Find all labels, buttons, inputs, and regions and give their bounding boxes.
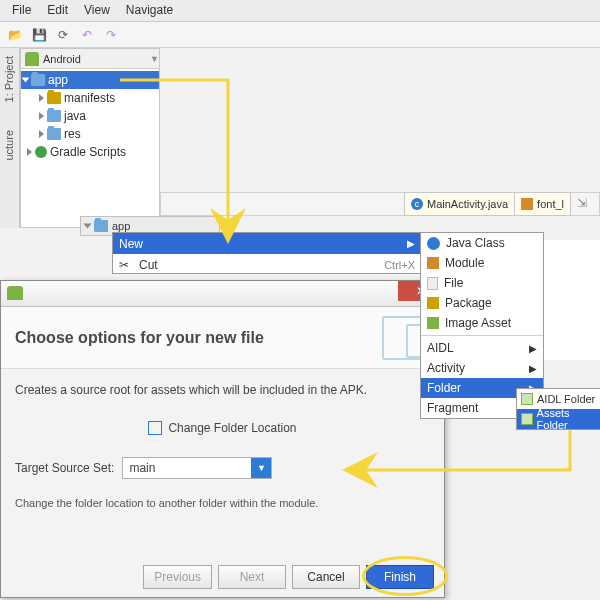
dialog-hint: Change the folder location to another fo… xyxy=(15,497,430,509)
java-class-icon: c xyxy=(411,198,423,210)
tree-node-res[interactable]: res xyxy=(21,125,159,143)
menu-file[interactable]: File xyxy=(4,0,39,21)
checkbox-icon[interactable] xyxy=(148,421,162,435)
dialog-button-row: Previous Next Cancel Finish xyxy=(143,565,434,589)
project-view-label: Android xyxy=(43,53,81,65)
expand-icon[interactable] xyxy=(22,78,30,83)
module-icon xyxy=(31,74,45,86)
module-icon xyxy=(94,220,108,232)
context-menu: New ▶ ✂ Cut Ctrl+X xyxy=(112,232,422,274)
tab-label: MainActivity.java xyxy=(427,198,508,210)
menu-item-cut[interactable]: ✂ Cut Ctrl+X xyxy=(113,254,421,274)
menu-item-new[interactable]: New ▶ xyxy=(113,233,421,254)
expand-icon[interactable] xyxy=(39,130,44,138)
tree-node-java[interactable]: java xyxy=(21,107,159,125)
tree-label: java xyxy=(64,109,86,123)
folder-icon xyxy=(521,393,533,405)
menu-item-activity[interactable]: Activity▶ xyxy=(421,358,543,378)
menu-label: Module xyxy=(445,256,484,270)
menu-item-aidl[interactable]: AIDL▶ xyxy=(421,338,543,358)
xml-icon xyxy=(521,198,533,210)
menu-label: Java Class xyxy=(446,236,505,250)
file-icon xyxy=(427,277,438,290)
folder-icon xyxy=(47,92,61,104)
menu-item-image-asset[interactable]: Image Asset xyxy=(421,313,543,333)
project-tool-tab[interactable]: 1: Project xyxy=(3,56,15,102)
tree-node-app[interactable]: app xyxy=(21,71,159,89)
expand-icon[interactable] xyxy=(39,94,44,102)
previous-button: Previous xyxy=(143,565,212,589)
dialog-banner: Choose options for your new file xyxy=(1,307,444,369)
tree-label: app xyxy=(48,73,68,87)
target-source-set-combo[interactable]: main ▼ xyxy=(122,457,272,479)
undo-icon[interactable]: ↶ xyxy=(78,26,96,44)
expand-icon[interactable] xyxy=(27,148,32,156)
tool-window-bar-left: 1: Project ucture xyxy=(0,48,20,228)
menu-label: Folder xyxy=(427,381,461,395)
menu-edit[interactable]: Edit xyxy=(39,0,76,21)
menu-item-assets-folder[interactable]: Assets Folder xyxy=(517,409,600,429)
dialog-description: Creates a source root for assets which w… xyxy=(15,383,430,397)
project-tree[interactable]: app manifests java res Gradle Scripts xyxy=(21,69,159,161)
menu-label: Fragment xyxy=(427,401,478,415)
class-icon xyxy=(427,237,440,250)
project-panel: Android ▼ app manifests java res Gradle … xyxy=(20,48,160,228)
menu-label: Assets Folder xyxy=(537,407,600,431)
menu-item-module[interactable]: Module xyxy=(421,253,543,273)
combo-dropdown-button[interactable]: ▼ xyxy=(251,458,271,478)
tree-label: res xyxy=(64,127,81,141)
folder-icon xyxy=(47,110,61,122)
menu-shortcut: Ctrl+X xyxy=(384,259,415,271)
change-folder-location-checkbox[interactable]: Change Folder Location xyxy=(15,421,430,435)
editor-tabs: c MainActivity.java font_l xyxy=(405,192,571,216)
menu-item-java-class[interactable]: Java Class xyxy=(421,233,543,253)
tree-label: Gradle Scripts xyxy=(50,145,126,159)
menu-item-aidl-folder[interactable]: AIDL Folder xyxy=(517,389,600,409)
menu-label: Cut xyxy=(139,258,158,272)
project-view-selector[interactable]: Android ▼ xyxy=(21,49,159,69)
image-asset-icon xyxy=(427,317,439,329)
dialog-body: Creates a source root for assets which w… xyxy=(1,369,444,515)
menu-item-package[interactable]: Package xyxy=(421,293,543,313)
tree-node-gradle[interactable]: Gradle Scripts xyxy=(21,143,159,161)
tree-node-manifests[interactable]: manifests xyxy=(21,89,159,107)
menu-bar: File Edit View Navigate xyxy=(0,0,600,22)
menu-label: Activity xyxy=(427,361,465,375)
menu-view[interactable]: View xyxy=(76,0,118,21)
structure-tool-tab[interactable]: ucture xyxy=(3,130,15,161)
tab-font[interactable]: font_l xyxy=(514,192,571,216)
submenu-arrow-icon: ▶ xyxy=(529,363,537,374)
dialog-title-bar[interactable]: ✕ xyxy=(1,281,444,307)
module-icon xyxy=(427,257,439,269)
dialog-heading: Choose options for your new file xyxy=(15,329,382,347)
save-icon[interactable]: 💾 xyxy=(30,26,48,44)
submenu-arrow-icon: ▶ xyxy=(407,238,415,249)
menu-navigate[interactable]: Navigate xyxy=(118,0,181,21)
menu-label: AIDL Folder xyxy=(537,393,595,405)
finish-button[interactable]: Finish xyxy=(366,565,434,589)
tab-main-activity[interactable]: c MainActivity.java xyxy=(404,192,515,216)
tab-label: font_l xyxy=(537,198,564,210)
combo-value: main xyxy=(129,461,155,475)
submenu-arrow-icon: ▶ xyxy=(529,343,537,354)
new-file-dialog: ✕ Choose options for your new file Creat… xyxy=(0,280,445,598)
menu-item-file[interactable]: File xyxy=(421,273,543,293)
more-icon[interactable]: ⇲ xyxy=(577,196,593,212)
sync-icon[interactable]: ⟳ xyxy=(54,26,72,44)
context-target-label: app xyxy=(112,220,130,232)
expand-icon xyxy=(84,224,92,229)
checkbox-label: Change Folder Location xyxy=(168,421,296,435)
cancel-button[interactable]: Cancel xyxy=(292,565,360,589)
target-source-set-label: Target Source Set: xyxy=(15,461,114,475)
open-icon[interactable]: 📂 xyxy=(6,26,24,44)
expand-icon[interactable] xyxy=(39,112,44,120)
chevron-down-icon: ▼ xyxy=(150,54,159,64)
next-button: Next xyxy=(218,565,286,589)
folder-icon xyxy=(521,413,533,425)
menu-separator xyxy=(421,335,543,336)
menu-label: Image Asset xyxy=(445,316,511,330)
folder-submenu: AIDL Folder Assets Folder xyxy=(516,388,600,430)
redo-icon[interactable]: ↷ xyxy=(102,26,120,44)
folder-icon xyxy=(47,128,61,140)
main-toolbar: 📂 💾 ⟳ ↶ ↷ xyxy=(0,22,600,48)
